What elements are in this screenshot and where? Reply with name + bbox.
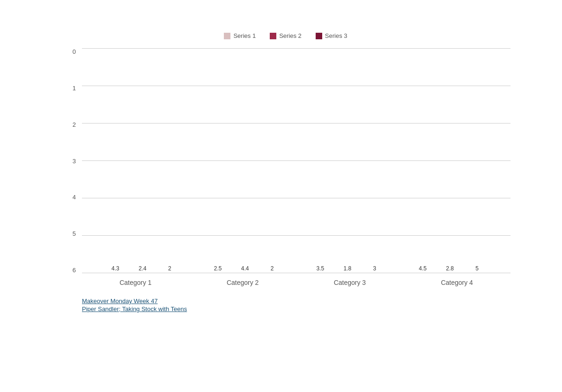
bar-value-label: 2.8 [446,265,454,272]
y-axis-label: 1 [61,85,80,91]
footer-link[interactable]: Makeover Monday Week 47 [82,298,510,305]
chart-legend: Series 1 Series 2 Series 3 [61,32,510,39]
category-group: 3.51.83 [296,265,399,273]
bar-value-label: 5 [475,265,479,272]
bar-wrapper: 4.3 [104,265,127,273]
y-axis-label: 0 [61,49,80,55]
x-axis-label: Category 2 [189,273,296,292]
bar-value-label: 1.8 [344,265,352,272]
bar-value-label: 2.5 [214,265,222,272]
y-axis-label: 6 [61,267,80,273]
bars-wrapper: 4.32.422.54.423.51.834.52.85 [82,49,510,273]
chart-container: Series 1 Series 2 Series 3 6543210 4.32.… [23,14,539,378]
bar-wrapper: 2.4 [131,265,154,273]
category-group: 4.32.42 [91,265,194,273]
y-axis-label: 3 [61,158,80,164]
x-labels: Category 1Category 2Category 3Category 4 [82,273,510,292]
bar-value-label: 2 [271,265,274,272]
x-axis-label: Category 3 [296,273,404,292]
y-axis: 6543210 [61,49,80,273]
bar-value-label: 3 [373,265,377,272]
x-axis-label: Category 4 [403,273,510,292]
y-axis-label: 4 [61,194,80,200]
legend-swatch [316,33,322,39]
legend-label: Series 3 [325,32,348,39]
legend-item: Series 2 [270,32,302,39]
legend-swatch [224,33,230,39]
bar-wrapper: 4.4 [233,265,257,273]
bar-wrapper: 2 [158,265,181,273]
legend-label: Series 2 [279,32,302,39]
bar-value-label: 4.3 [111,265,119,272]
legend-label: Series 1 [233,32,256,39]
bar-wrapper: 2.5 [206,265,229,273]
footer-link[interactable]: Piper Sandler; Taking Stock with Teens [82,305,510,312]
bar-value-label: 2.4 [139,265,147,272]
bar-wrapper: 2.8 [438,265,462,273]
y-axis-label: 5 [61,231,80,237]
category-group: 4.52.85 [399,265,501,273]
bar-value-label: 4.5 [419,265,427,272]
legend-item: Series 1 [224,32,256,39]
bar-wrapper: 1.8 [336,265,359,273]
plot-area: 4.32.422.54.423.51.834.52.85 [82,49,510,273]
category-group: 2.54.42 [194,265,296,273]
bar-wrapper: 3.5 [309,265,332,273]
bar-wrapper: 4.5 [411,265,435,273]
bar-wrapper: 2 [260,265,284,273]
bar-value-label: 2 [168,265,171,272]
x-axis-label: Category 1 [82,273,189,292]
y-axis-label: 2 [61,122,80,128]
bar-value-label: 3.5 [317,265,325,272]
bar-value-label: 4.4 [241,265,249,272]
legend-swatch [270,33,276,39]
bar-wrapper: 3 [363,265,386,273]
chart-footer: Makeover Monday Week 47Piper Sandler; Ta… [61,298,510,312]
bar-wrapper: 5 [466,265,489,273]
legend-item: Series 3 [316,32,348,39]
chart-area: 6543210 4.32.422.54.423.51.834.52.85 Cat… [61,49,510,292]
